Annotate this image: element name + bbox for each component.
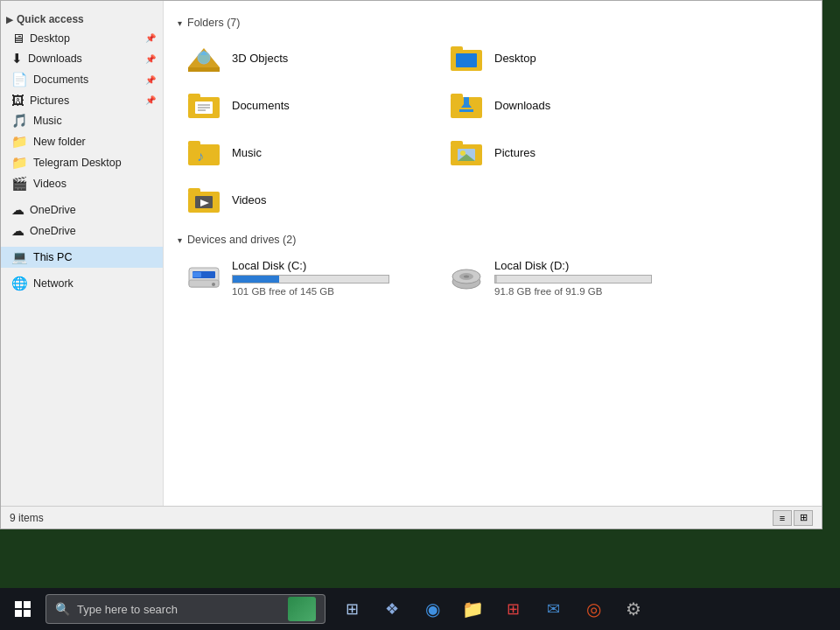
sidebar-item-onedrive1[interactable]: ☁ OneDrive xyxy=(1,200,163,220)
widgets-button[interactable]: ❖ xyxy=(373,590,411,628)
sidebar-item-new-folder[interactable]: 📁 New folder xyxy=(1,131,163,152)
svg-marker-1 xyxy=(188,67,220,72)
sidebar-section-quick-access[interactable]: ▶ Quick access xyxy=(1,8,163,28)
drives-grid: Local Disk (C:) 101 GB free of 145 GB xyxy=(178,253,808,302)
folders-section-header[interactable]: ▾ Folders (7) xyxy=(178,15,808,31)
search-placeholder: Type here to search xyxy=(77,603,281,616)
folder-downloads[interactable]: Downloads xyxy=(440,83,685,127)
folder-videos[interactable]: Videos xyxy=(178,178,423,221)
status-items-count: 9 items xyxy=(10,512,44,524)
folder-pictures[interactable]: Pictures xyxy=(440,130,685,174)
folder-desktop-name: Desktop xyxy=(494,52,536,65)
folder-3d-objects[interactable]: 3D Objects xyxy=(178,36,423,80)
settings-button[interactable]: ⚙ xyxy=(614,590,653,628)
folder-music[interactable]: ♪ Music xyxy=(178,130,423,174)
store-button[interactable]: ⊞ xyxy=(494,590,532,628)
sidebar-item-music[interactable]: 🎵 Music xyxy=(1,110,163,131)
desktop-icon: 🖥 xyxy=(11,31,24,46)
drive-d-bar xyxy=(494,275,652,284)
view-details-button[interactable]: ≡ xyxy=(773,510,792,526)
folders-grid: 3D Objects Desktop xyxy=(178,36,808,221)
svg-rect-18 xyxy=(188,144,220,165)
svg-rect-14 xyxy=(451,94,463,99)
taskbar: 🔍 Type here to search ⊞ ❖ ◉ 📁 ⊞ ✉ ◎ ⚙ xyxy=(0,588,840,630)
documents-icon: 📄 xyxy=(11,72,28,88)
sidebar-item-pictures[interactable]: 🖼 Pictures 📌 xyxy=(1,90,163,110)
pin-icon-3: 📌 xyxy=(145,75,156,85)
chrome-button[interactable]: ◎ xyxy=(574,590,612,628)
taskbar-icons: ⊞ ❖ ◉ 📁 ⊞ ✉ ◎ ⚙ xyxy=(332,590,653,628)
sidebar-item-videos[interactable]: 🎬 Videos xyxy=(1,173,163,194)
drive-d-fill xyxy=(495,276,497,283)
edge-button[interactable]: ◉ xyxy=(413,590,452,628)
music-icon: 🎵 xyxy=(11,113,28,129)
svg-rect-6 xyxy=(456,53,477,67)
devices-section-label: Devices and drives (2) xyxy=(187,234,296,246)
start-button[interactable] xyxy=(4,590,42,628)
sidebar-telegram-label: Telegram Desktop xyxy=(33,157,122,169)
svg-text:♪: ♪ xyxy=(197,149,204,164)
svg-rect-19 xyxy=(188,141,200,146)
folder-pictures-icon xyxy=(447,136,486,169)
quick-access-arrow: ▶ xyxy=(6,15,13,24)
sidebar-videos-label: Videos xyxy=(33,178,66,190)
folder-3d-icon xyxy=(185,41,223,74)
view-tiles-button[interactable]: ⊞ xyxy=(794,510,813,526)
folder-music-name: Music xyxy=(232,146,262,159)
drive-d-free: 91.8 GB free of 91.9 GB xyxy=(494,286,678,297)
content-area: ▾ Folders (7) 3D Objects xyxy=(164,1,822,506)
devices-arrow: ▾ xyxy=(178,235,182,245)
sidebar-this-pc-label: This PC xyxy=(33,251,72,263)
sidebar-pictures-label: Pictures xyxy=(30,94,69,107)
pin-icon: 📌 xyxy=(145,33,156,43)
videos-icon: 🎬 xyxy=(11,176,28,192)
sidebar-music-label: Music xyxy=(33,115,62,127)
sidebar-item-desktop[interactable]: 🖥 Desktop 📌 xyxy=(1,28,163,48)
sidebar-network-label: Network xyxy=(33,277,74,290)
mail-button[interactable]: ✉ xyxy=(534,590,572,628)
folder-downloads-name: Downloads xyxy=(494,99,550,112)
task-view-button[interactable]: ⊞ xyxy=(332,590,371,628)
sidebar-onedrive2-label: OneDrive xyxy=(30,225,76,237)
svg-rect-22 xyxy=(451,141,463,146)
drive-c-icon xyxy=(185,258,223,297)
drive-c[interactable]: Local Disk (C:) 101 GB free of 145 GB xyxy=(178,253,423,302)
network-icon: 🌐 xyxy=(11,276,28,291)
svg-point-24 xyxy=(460,150,466,156)
folder-documents[interactable]: Documents xyxy=(178,83,423,127)
folder-music-icon: ♪ xyxy=(185,136,223,169)
folder-desktop[interactable]: Desktop xyxy=(440,36,685,80)
search-thumbnail xyxy=(288,597,316,621)
pin-icon-4: 📌 xyxy=(145,95,156,105)
status-bar: 9 items ≡ ⊞ xyxy=(1,506,822,528)
sidebar-new-folder-label: New folder xyxy=(33,136,86,148)
drive-d-icon xyxy=(447,258,486,297)
sidebar: ▶ Quick access 🖥 Desktop 📌 ⬇ Downloads 📌… xyxy=(1,1,164,506)
sidebar-item-onedrive2[interactable]: ☁ OneDrive xyxy=(1,220,163,242)
folders-arrow: ▾ xyxy=(178,18,182,28)
folder-downloads-icon xyxy=(447,88,486,122)
sidebar-item-this-pc[interactable]: 💻 This PC xyxy=(1,247,163,268)
sidebar-desktop-label: Desktop xyxy=(30,32,70,45)
main-content-area: ▶ Quick access 🖥 Desktop 📌 ⬇ Downloads 📌… xyxy=(1,1,822,506)
pictures-icon: 🖼 xyxy=(11,93,24,108)
svg-rect-8 xyxy=(188,94,200,99)
folder-desktop-icon xyxy=(447,41,486,74)
file-explorer-button[interactable]: 📁 xyxy=(453,590,492,628)
downloads-icon: ⬇ xyxy=(11,51,23,66)
drive-d-info: Local Disk (D:) 91.8 GB free of 91.9 GB xyxy=(494,259,678,297)
sidebar-item-telegram[interactable]: 📁 Telegram Desktop xyxy=(1,152,163,173)
view-buttons: ≡ ⊞ xyxy=(773,510,813,526)
devices-section-header[interactable]: ▾ Devices and drives (2) xyxy=(178,232,808,248)
search-icon: 🔍 xyxy=(55,602,70,616)
sidebar-documents-label: Documents xyxy=(33,74,88,86)
sidebar-item-downloads[interactable]: ⬇ Downloads 📌 xyxy=(1,48,163,69)
onedrive-icon-2: ☁ xyxy=(11,223,24,239)
explorer-window: ▶ Quick access 🖥 Desktop 📌 ⬇ Downloads 📌… xyxy=(0,0,822,529)
taskbar-search[interactable]: 🔍 Type here to search xyxy=(46,594,326,624)
sidebar-item-documents[interactable]: 📄 Documents 📌 xyxy=(1,69,163,90)
svg-rect-17 xyxy=(459,109,473,112)
drive-c-name: Local Disk (C:) xyxy=(232,259,416,272)
drive-d[interactable]: Local Disk (D:) 91.8 GB free of 91.9 GB xyxy=(440,253,685,302)
sidebar-item-network[interactable]: 🌐 Network xyxy=(1,273,163,294)
